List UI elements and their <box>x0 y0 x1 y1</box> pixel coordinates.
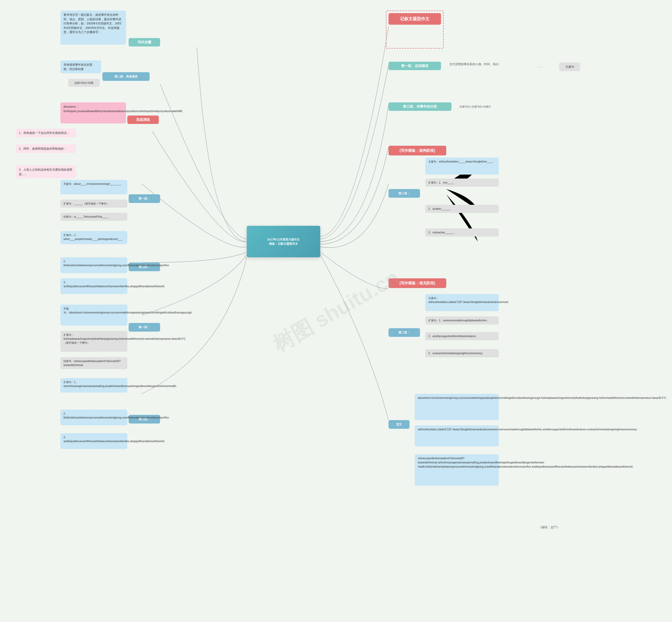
para1-closing: 结尾句：is_____?whocantell?but____. <box>60 213 127 221</box>
para1-dash: - - - <box>538 65 543 69</box>
prompt-1: 1、简单描述一下这位同学生病的情况： <box>16 129 76 137</box>
template-fill-label: [写作模板：填充阶段] <box>389 278 446 288</box>
para3-label-right: 第三段、对事件的分析 <box>389 102 452 111</box>
para1-label-left-top: 第一段： <box>129 194 160 203</box>
para3-exp1: 扩展句：1、when___,peopleshowed____spiritrega… <box>60 231 127 244</box>
para1-desc-right: 交代清楚故事涉及的人物、时间、地点： <box>446 60 504 69</box>
para1-expansion: 扩展句：______（展开描述一下事件） <box>60 200 127 208</box>
example-para1: aboutnineo'clockoneeveninginmay,myrooomm… <box>415 394 499 420</box>
editor-note: （编辑：赵宁） <box>538 525 560 529</box>
para2-label-left: 第二段、具体描述 <box>102 72 150 81</box>
example-label: 范文 <box>389 420 410 429</box>
para1-note: 主题句 <box>559 63 580 71</box>
para2-fill-label: 第二段： <box>389 328 420 337</box>
para2-exp1-right: 扩展句：1、one____. <box>425 178 499 187</box>
center-node: 2017年12月英语六级作文 模板：记叙文题型作文 <box>247 226 320 257</box>
writing-steps-label: 写作步骤 <box>129 38 160 46</box>
para1-opening2: 开篇句：'aboutnineo'clockoneeveninginmay,myr… <box>60 305 127 325</box>
example-para3: isheasuspedtedsarspatient?whocantell?but… <box>415 454 499 486</box>
para3-exp3: 3、anditisjustbecauseofthiscarethatwecanh… <box>60 278 127 294</box>
para2-fill-exp2: 2、anothersupportedhimintheambulance. <box>425 332 499 340</box>
para3-exp1-bottom: 扩展句：1、whenthesavagersarswasspreadIng,peo… <box>60 378 127 392</box>
main-label-right: 记叙文题型作文 <box>389 13 441 25</box>
para3-exp2: 2、thiskindofcarebetweenpersonsistheveryk… <box>60 257 127 273</box>
canvas: 2017年12月英语六级作文 模板：记叙文题型作文 写作步骤 要求考生写一篇记叙… <box>0 0 672 622</box>
template-framework-label: [写作模板：架构阶段] <box>389 146 446 156</box>
para3-exp2-bottom: 2、thiskindofcarebetweenpersonsistheveryk… <box>60 410 127 425</box>
para2-fill-topic: 主题句：withouthesitation,idialed"120".itwas… <box>425 294 499 311</box>
combat-practice-label: 实战演练 <box>127 115 159 124</box>
para2-exp2-right: 2、another______. <box>425 205 499 213</box>
para2-label-right: 第二段： <box>389 189 420 198</box>
para1-closing2: 结尾句：isheasuspedtedsarspatient?whocantell… <box>60 357 127 369</box>
para1-label-left-bottom: 第一段： <box>129 323 160 332</box>
para1-expansion2: 扩展句：hisheadwasachingsoInselythatHekeptgr… <box>60 331 127 352</box>
writing-steps-content: 要求考生写一篇记叙文，描述事件发生的时间、地点、原因、人物及结果，最后对事件进行… <box>60 10 126 45</box>
prompt-2: 2、同学、老师和我是如何帮助他的： <box>16 144 76 153</box>
directions-content: directions：forthispart,youareallowedthir… <box>60 102 126 124</box>
example-para2: withouthesitation,idialed"120".itwasn'tl… <box>415 425 499 446</box>
para1-opening: 开篇句：about____o'clockoneeveningin___,____… <box>60 180 127 194</box>
para3-note: 分析句1+分析句2+分析3 <box>456 102 494 111</box>
para2-sub: 具体描述事件发生的原因、经过和结果 <box>60 60 101 73</box>
para2-formula: 起因+经过+结果 <box>68 79 100 87</box>
para2-topic-right: 主题句：withouthesitation,____,itwasn'tlongb… <box>425 158 499 175</box>
prompt-3: 3、人和人之间的这种相互关爱给我的感受是...... <box>16 165 76 178</box>
para2-fill-exp1: 扩展句：1、onerooommatebroughtablanketforhim. <box>425 316 499 324</box>
para2-fill-exp3: 3、ourteacherInsistedongivinghimsomemoney… <box>425 349 499 357</box>
para1-label-right: 第一段、总结描述 <box>389 62 441 70</box>
center-title: 2017年12月英语六级作文 模板：记叙文题型作文 <box>267 237 300 246</box>
para2-exp3-right: 3、ourteacher______. <box>425 229 499 237</box>
para3-exp3-bottom: 3、anditisjustbecauseofthiscarethatwecanh… <box>60 433 127 449</box>
